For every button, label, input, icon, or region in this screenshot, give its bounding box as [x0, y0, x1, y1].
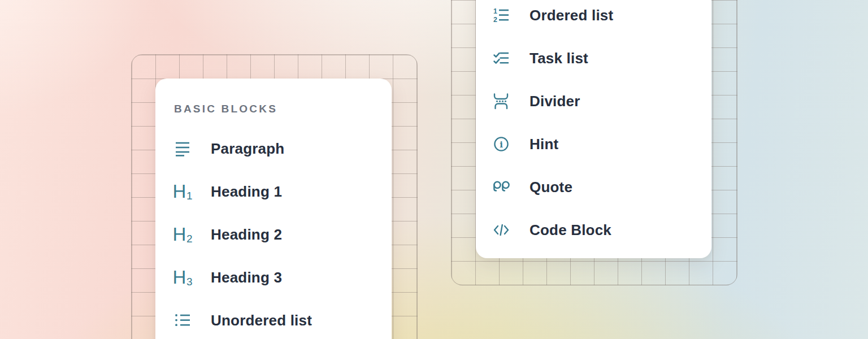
heading-3-icon: H3: [174, 269, 191, 286]
more-blocks-card: 1 2 Ordered list: [476, 0, 711, 258]
menu-item-heading-1[interactable]: H1 Heading 1: [174, 170, 386, 213]
paragraph-icon: [174, 140, 191, 157]
ordered-list-icon: 1 2: [493, 7, 510, 24]
menu-item-label: Divider: [530, 93, 580, 110]
menu-item-label: Code Block: [530, 221, 611, 238]
menu-item-label: Hint: [530, 136, 558, 153]
svg-text:1: 1: [493, 7, 497, 15]
divider-icon: [493, 93, 510, 110]
svg-text:2: 2: [493, 16, 497, 24]
task-list-icon: [493, 50, 510, 67]
menu-item-label: Ordered list: [530, 7, 613, 24]
menu-item-heading-3[interactable]: H3 Heading 3: [174, 256, 386, 299]
menu-item-unordered-list[interactable]: Unordered list: [174, 299, 386, 339]
menu-item-label: Heading 3: [211, 269, 282, 286]
menu-item-code-block[interactable]: Code Block: [493, 208, 706, 251]
svg-text:i: i: [500, 140, 503, 150]
menu-item-label: Heading 1: [211, 183, 282, 200]
menu-item-label: Quote: [530, 179, 572, 195]
menu-item-quote[interactable]: Quote: [493, 166, 706, 208]
basic-blocks-list: Paragraph H1 Heading 1 H2 Heading 2 H3 H…: [174, 127, 386, 339]
menu-item-divider[interactable]: Divider: [493, 80, 706, 123]
menu-item-label: Task list: [530, 50, 588, 67]
menu-item-hint[interactable]: i Hint: [493, 123, 706, 166]
hint-icon: i: [493, 136, 510, 153]
more-blocks-list: 1 2 Ordered list: [493, 0, 706, 251]
menu-item-label: Unordered list: [211, 312, 312, 329]
menu-item-heading-2[interactable]: H2 Heading 2: [174, 213, 386, 256]
menu-item-label: Paragraph: [211, 140, 284, 157]
basic-blocks-card: BASIC BLOCKS Paragraph H1 Heading 1: [155, 79, 392, 339]
heading-1-icon: H1: [174, 183, 191, 200]
menu-item-task-list[interactable]: Task list: [493, 37, 706, 80]
unordered-list-icon: [174, 312, 191, 329]
menu-item-paragraph[interactable]: Paragraph: [174, 127, 386, 170]
code-block-icon: [493, 221, 510, 238]
section-label: BASIC BLOCKS: [174, 103, 386, 115]
quote-icon: [493, 179, 510, 195]
menu-item-label: Heading 2: [211, 226, 282, 243]
heading-2-icon: H2: [174, 226, 191, 243]
menu-item-ordered-list[interactable]: 1 2 Ordered list: [493, 0, 706, 37]
